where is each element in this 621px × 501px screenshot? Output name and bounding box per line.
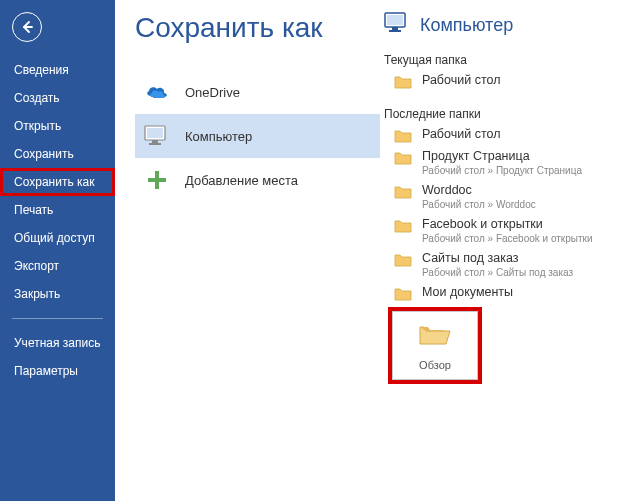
nav-item-7[interactable]: Экспорт bbox=[0, 252, 115, 280]
folder-open-icon bbox=[418, 336, 452, 351]
svg-rect-8 bbox=[387, 15, 403, 25]
location-detail-column: Компьютер Текущая папка Рабочий стол Пос… bbox=[380, 12, 621, 501]
recent-folders-label: Последние папки bbox=[384, 107, 621, 121]
back-button[interactable] bbox=[12, 12, 42, 42]
folder-icon bbox=[394, 253, 412, 267]
save-location-add[interactable]: Добавление места bbox=[135, 158, 380, 202]
folder-name: Рабочий стол bbox=[422, 127, 500, 142]
nav-divider bbox=[12, 318, 103, 319]
nav-item-0[interactable]: Сведения bbox=[0, 56, 115, 84]
nav-item-4[interactable]: Сохранить как bbox=[0, 168, 115, 196]
current-folder-0[interactable]: Рабочий стол bbox=[384, 69, 621, 91]
folder-icon bbox=[394, 287, 412, 301]
folder-icon bbox=[394, 219, 412, 233]
svg-rect-6 bbox=[148, 178, 166, 182]
svg-rect-2 bbox=[147, 128, 163, 138]
folder-path: Рабочий стол » Продукт Страница bbox=[422, 165, 582, 177]
nav-footer-item-1[interactable]: Параметры bbox=[0, 357, 115, 385]
browse-button[interactable]: Обзор bbox=[392, 311, 478, 380]
folder-icon bbox=[394, 75, 412, 89]
nav-item-2[interactable]: Открыть bbox=[0, 112, 115, 140]
save-location-onedrive[interactable]: OneDrive bbox=[135, 70, 380, 114]
folder-icon bbox=[394, 185, 412, 199]
folder-path: Рабочий стол » Сайты под заказ bbox=[422, 267, 573, 279]
save-location-label: OneDrive bbox=[185, 85, 240, 100]
onedrive-icon bbox=[143, 78, 171, 106]
folder-icon bbox=[394, 151, 412, 165]
backstage-sidebar: СведенияСоздатьОткрытьСохранитьСохранить… bbox=[0, 0, 115, 501]
nav-item-1[interactable]: Создать bbox=[0, 84, 115, 112]
recent-folder-5[interactable]: Мои документы bbox=[384, 281, 621, 303]
save-location-label: Компьютер bbox=[185, 129, 252, 144]
save-locations-column: Сохранить как OneDriveКомпьютерДобавлени… bbox=[135, 12, 380, 501]
folder-name: Worddoc bbox=[422, 183, 536, 198]
folder-name: Продукт Страница bbox=[422, 149, 582, 164]
folder-icon bbox=[394, 129, 412, 143]
recent-folder-3[interactable]: Facebook и открыткиРабочий стол » Facebo… bbox=[384, 213, 621, 247]
folder-name: Мои документы bbox=[422, 285, 513, 300]
current-folder-label: Текущая папка bbox=[384, 53, 621, 67]
folder-name: Рабочий стол bbox=[422, 73, 500, 88]
svg-rect-3 bbox=[152, 140, 158, 143]
save-location-label: Добавление места bbox=[185, 173, 298, 188]
detail-header-text: Компьютер bbox=[420, 15, 513, 36]
svg-rect-10 bbox=[389, 30, 401, 32]
folder-path: Рабочий стол » Facebook и открытки bbox=[422, 233, 593, 245]
nav-item-3[interactable]: Сохранить bbox=[0, 140, 115, 168]
nav-footer-item-0[interactable]: Учетная запись bbox=[0, 329, 115, 357]
recent-folder-1[interactable]: Продукт СтраницаРабочий стол » Продукт С… bbox=[384, 145, 621, 179]
nav-item-8[interactable]: Закрыть bbox=[0, 280, 115, 308]
recent-folder-2[interactable]: WorddocРабочий стол » Worddoc bbox=[384, 179, 621, 213]
add-icon bbox=[143, 166, 171, 194]
nav-item-5[interactable]: Печать bbox=[0, 196, 115, 224]
recent-folder-4[interactable]: Сайты под заказРабочий стол » Сайты под … bbox=[384, 247, 621, 281]
folder-name: Сайты под заказ bbox=[422, 251, 573, 266]
page-title: Сохранить как bbox=[135, 12, 380, 44]
nav-item-6[interactable]: Общий доступ bbox=[0, 224, 115, 252]
save-location-computer[interactable]: Компьютер bbox=[135, 114, 380, 158]
arrow-left-icon bbox=[19, 19, 35, 35]
svg-rect-4 bbox=[149, 143, 161, 145]
browse-label: Обзор bbox=[393, 359, 477, 371]
detail-header: Компьютер bbox=[384, 12, 621, 39]
recent-folder-0[interactable]: Рабочий стол bbox=[384, 123, 621, 145]
computer-icon bbox=[143, 122, 171, 150]
folder-name: Facebook и открытки bbox=[422, 217, 593, 232]
svg-rect-9 bbox=[392, 27, 398, 30]
computer-icon bbox=[384, 12, 410, 39]
folder-path: Рабочий стол » Worddoc bbox=[422, 199, 536, 211]
main-area: Сохранить как OneDriveКомпьютерДобавлени… bbox=[115, 0, 621, 501]
